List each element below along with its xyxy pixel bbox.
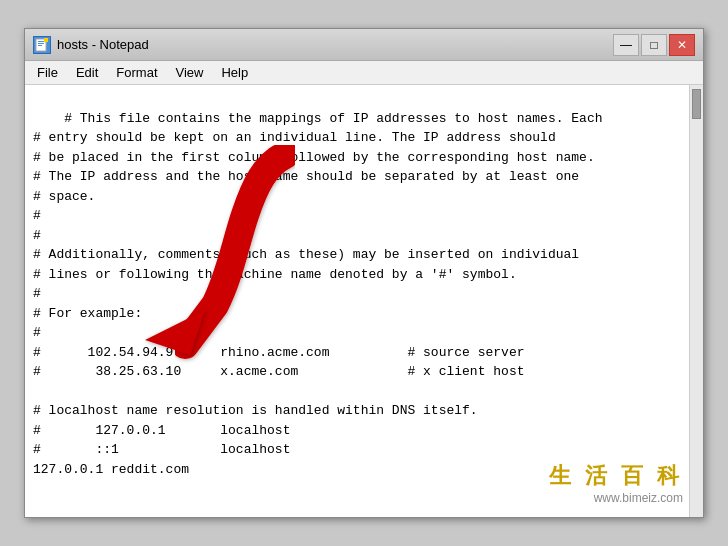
notepad-icon (33, 36, 51, 54)
scrollbar-thumb[interactable] (692, 89, 701, 119)
svg-rect-1 (38, 41, 44, 42)
svg-rect-4 (44, 38, 48, 42)
notepad-window: hosts - Notepad — □ ✕ File Edit Format V… (24, 28, 704, 518)
editor-content: # This file contains the mappings of IP … (33, 111, 603, 477)
svg-rect-2 (38, 43, 44, 44)
title-buttons: — □ ✕ (613, 34, 695, 56)
editor-area[interactable]: # This file contains the mappings of IP … (25, 85, 703, 517)
window-title: hosts - Notepad (57, 37, 149, 52)
menu-view[interactable]: View (168, 63, 212, 82)
menu-help[interactable]: Help (213, 63, 256, 82)
title-bar-left: hosts - Notepad (33, 36, 149, 54)
svg-rect-3 (38, 45, 42, 46)
menu-bar: File Edit Format View Help (25, 61, 703, 85)
watermark-chinese: 生 活 百 科 (549, 461, 683, 491)
minimize-button[interactable]: — (613, 34, 639, 56)
watermark: 生 活 百 科 www.bimeiz.com (549, 461, 683, 505)
title-bar: hosts - Notepad — □ ✕ (25, 29, 703, 61)
scrollbar[interactable] (689, 85, 703, 517)
menu-format[interactable]: Format (108, 63, 165, 82)
maximize-button[interactable]: □ (641, 34, 667, 56)
watermark-url: www.bimeiz.com (594, 491, 683, 505)
close-button[interactable]: ✕ (669, 34, 695, 56)
menu-edit[interactable]: Edit (68, 63, 106, 82)
menu-file[interactable]: File (29, 63, 66, 82)
